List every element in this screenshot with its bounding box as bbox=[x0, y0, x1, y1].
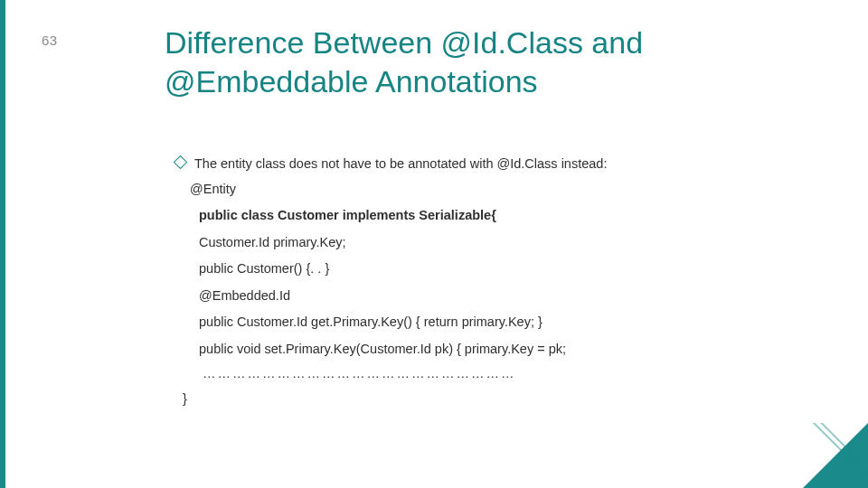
slide: 63 Difference Between @Id.Class and @Emb… bbox=[0, 0, 868, 488]
bullet-row: The entity class does not have to be ann… bbox=[175, 152, 790, 177]
slide-title: Difference Between @Id.Class and @Embedd… bbox=[165, 23, 816, 100]
corner-decoration-icon bbox=[803, 423, 868, 488]
code-embedded-annotation: @Embedded.Id bbox=[199, 284, 790, 309]
page-number: 63 bbox=[42, 33, 58, 48]
code-field: Customer.Id primary.Key; bbox=[199, 230, 790, 256]
diamond-bullet-icon bbox=[174, 155, 188, 170]
slide-body: The entity class does not have to be ann… bbox=[175, 152, 790, 411]
code-entity-annotation: @Entity bbox=[190, 177, 790, 202]
side-accent-bar bbox=[0, 0, 5, 488]
code-getter: public Customer.Id get.Primary.Key() { r… bbox=[199, 310, 790, 335]
bullet-text: The entity class does not have to be ann… bbox=[194, 152, 607, 177]
code-class-declaration: public class Customer implements Seriali… bbox=[199, 203, 790, 229]
code-dots: ……………………………………………………… bbox=[203, 361, 790, 387]
code-constructor: public Customer() {. . } bbox=[199, 257, 790, 282]
code-setter: public void set.Primary.Key(Customer.Id … bbox=[199, 337, 790, 362]
code-close-brace: } bbox=[183, 387, 790, 412]
